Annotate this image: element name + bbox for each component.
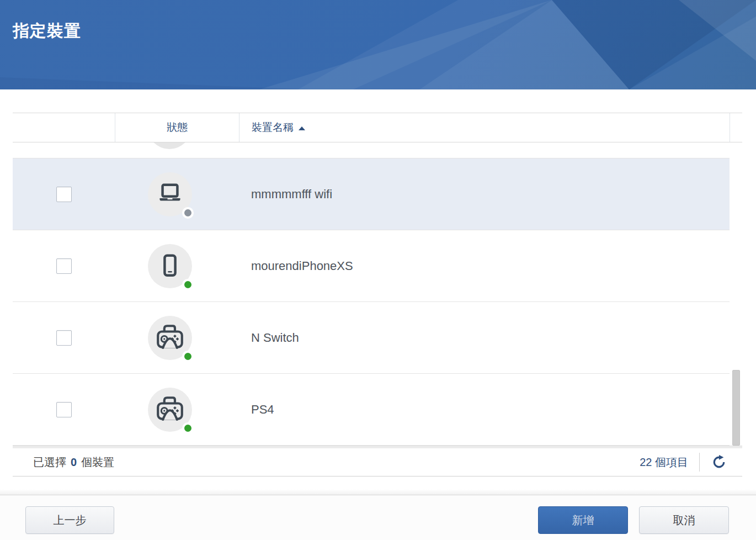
device-name-cell: N Switch (239, 302, 730, 373)
device-name: mmmmmfff wifi (251, 187, 332, 202)
device-name: mourendiPhoneXS (251, 259, 353, 273)
selection-suffix: 個裝置 (81, 455, 114, 470)
checkbox-cell (13, 230, 115, 301)
column-header-device-name[interactable]: 裝置名稱 (239, 113, 730, 142)
dialog-header-banner: 指定裝置 (0, 0, 756, 89)
table-row[interactable]: PS4 (13, 374, 730, 446)
row-checkbox[interactable] (56, 330, 72, 346)
column-status-label: 狀態 (167, 120, 188, 135)
selection-prefix: 已選擇 (33, 455, 66, 470)
status-cell (115, 158, 239, 230)
status-cell (115, 230, 239, 301)
sort-ascending-icon (299, 126, 305, 130)
table-rows: mmmmmfff wifi mourendiPhoneXS (13, 158, 730, 446)
smartphone-icon-circle (148, 244, 192, 288)
status-cell (115, 302, 239, 373)
smartphone-icon (152, 248, 188, 284)
status-online-dot (182, 422, 194, 434)
table-status-bar: 已選擇 0 個裝置 22 個項目 (13, 446, 742, 477)
back-button[interactable]: 上一步 (25, 506, 114, 534)
banner-facet-pattern (0, 0, 756, 89)
partial-device-icon (147, 142, 191, 149)
status-online-dot (182, 351, 194, 362)
status-offline-dot (182, 207, 194, 219)
game-controller-icon (152, 392, 188, 427)
table-scrollbar-track (730, 142, 742, 446)
game-controller-icon-circle (148, 316, 192, 360)
laptop-icon (152, 177, 188, 212)
row-checkbox[interactable] (56, 258, 72, 274)
checkbox-cell (13, 158, 115, 230)
selection-summary: 已選擇 0 個裝置 (33, 455, 114, 470)
checkbox-cell (13, 302, 115, 373)
selection-count: 0 (71, 456, 77, 469)
add-button[interactable]: 新增 (538, 506, 628, 534)
page-title: 指定裝置 (13, 20, 81, 43)
table-row-partial[interactable] (13, 142, 730, 158)
device-name-cell: PS4 (239, 374, 730, 445)
game-controller-icon-circle (148, 388, 192, 432)
column-device-name-label: 裝置名稱 (252, 120, 294, 135)
device-name: N Switch (251, 331, 299, 345)
action-bar-separator (0, 489, 756, 495)
column-header-status[interactable]: 狀態 (115, 113, 239, 142)
footer-vertical-divider (699, 453, 700, 472)
table-row[interactable]: mourendiPhoneXS (13, 230, 730, 302)
game-controller-icon (152, 320, 188, 356)
device-table-header: 狀態 裝置名稱 (13, 113, 742, 142)
device-name-cell: mourendiPhoneXS (239, 230, 730, 301)
status-online-dot (182, 279, 194, 290)
device-table-body: mmmmmfff wifi mourendiPhoneXS (13, 142, 730, 446)
table-row[interactable]: mmmmmfff wifi (13, 158, 730, 230)
row-checkbox[interactable] (56, 187, 72, 202)
scrollbar-thumb[interactable] (732, 370, 740, 446)
cancel-button[interactable]: 取消 (639, 506, 729, 534)
checkbox-cell (13, 374, 115, 445)
status-cell (115, 374, 239, 445)
column-header-scroll-spacer (730, 113, 742, 142)
device-name-cell: mmmmmfff wifi (239, 158, 730, 230)
refresh-icon (711, 454, 727, 470)
refresh-button[interactable] (711, 454, 727, 470)
action-bar: 上一步 新增 取消 (0, 495, 756, 540)
laptop-icon-circle (148, 172, 192, 216)
row-checkbox[interactable] (56, 402, 72, 417)
assign-device-dialog: 指定裝置 狀態 裝置名稱 (0, 0, 756, 540)
table-row[interactable]: N Switch (13, 302, 730, 374)
device-name: PS4 (251, 403, 274, 417)
items-total-label: 22 個項目 (640, 455, 688, 470)
column-header-checkbox (13, 113, 115, 142)
